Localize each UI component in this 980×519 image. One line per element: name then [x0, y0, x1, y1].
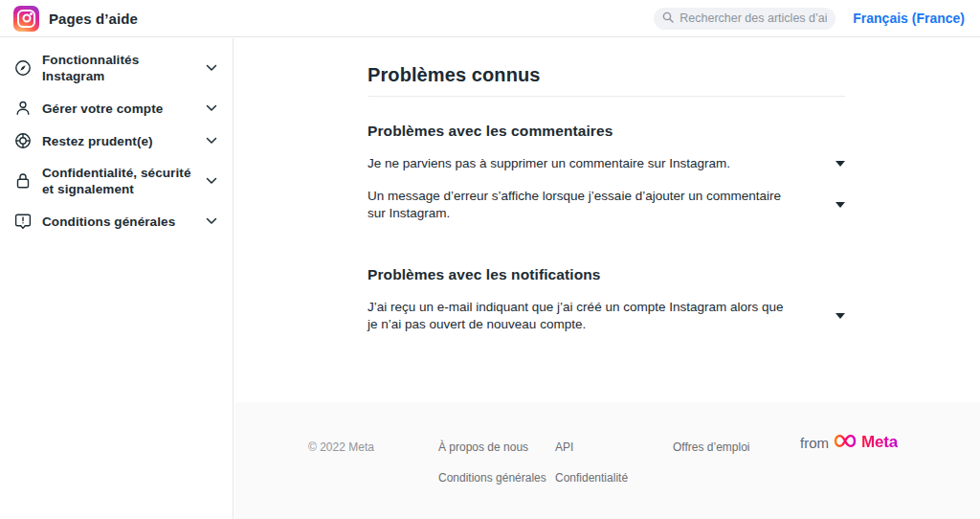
triangle-down-icon — [835, 202, 845, 208]
section-comments: Problèmes avec les commentaires Je ne pa… — [368, 123, 845, 230]
footer-links-column-1: À propos de nous Conditions générales — [438, 440, 546, 485]
sidebar-item-label: Conditions générales — [42, 214, 195, 230]
sidebar-item-privacy-security[interactable]: Confidentialité, sécurité et signalement — [0, 157, 233, 205]
footer-link-api[interactable]: API — [555, 440, 628, 454]
sidebar-item-terms-policies[interactable]: Conditions générales — [0, 205, 233, 237]
sidebar-item-label: Fonctionnalités Instagram — [42, 52, 195, 84]
section-heading: Problèmes avec les notifications — [368, 266, 845, 283]
sidebar-item-manage-account[interactable]: Gérer votre compte — [0, 92, 233, 124]
brand-home-link[interactable]: Pages d’aide — [0, 6, 138, 32]
user-icon — [14, 100, 32, 117]
camera-lens-shape — [22, 14, 31, 23]
chevron-down-icon — [206, 64, 217, 72]
faq-item-comment-error[interactable]: Un message d’erreur s’affiche lorsque j’… — [368, 180, 845, 230]
instagram-logo-icon — [13, 6, 39, 32]
footer-link-terms[interactable]: Conditions générales — [438, 471, 546, 485]
triangle-down-icon — [835, 313, 845, 319]
lifebuoy-icon — [14, 132, 32, 149]
section-heading: Problèmes avec les commentaires — [368, 123, 845, 140]
faq-item-email-new-account[interactable]: J’ai reçu un e-mail indiquant que j’ai c… — [368, 291, 845, 341]
from-meta-logo: from Meta — [800, 433, 898, 452]
camera-flash-dot — [30, 12, 33, 15]
chevron-down-icon — [206, 217, 217, 225]
footer-link-about[interactable]: À propos de nous — [438, 440, 546, 454]
faq-item-delete-comment[interactable]: Je ne parviens pas à supprimer un commen… — [368, 147, 845, 180]
page-title: Pages d’aide — [49, 11, 138, 27]
footer-links-column-3: Offres d’emploi — [673, 440, 749, 454]
triangle-down-icon — [835, 161, 845, 167]
chevron-down-icon — [206, 104, 217, 112]
footer-link-privacy[interactable]: Confidentialité — [555, 471, 628, 485]
search-input[interactable] — [679, 11, 827, 25]
page-footer: © 2022 Meta À propos de nous Conditions … — [234, 402, 980, 519]
known-issues-title: Problèmes connus — [368, 64, 845, 86]
title-divider — [368, 96, 845, 97]
sidebar-item-staying-safe[interactable]: Restez prudent(e) — [0, 124, 233, 157]
chevron-down-icon — [206, 177, 217, 185]
sidebar-item-instagram-features[interactable]: Fonctionnalités Instagram — [0, 44, 233, 92]
sidebar-nav: Fonctionnalités Instagram Gérer votre co… — [0, 38, 234, 519]
from-label: from — [800, 435, 829, 451]
copyright-text: © 2022 Meta — [308, 440, 374, 454]
language-selector[interactable]: Français (France) — [853, 11, 965, 26]
compass-icon — [14, 59, 32, 77]
lock-icon — [14, 172, 32, 190]
faq-question-text: Je ne parviens pas à supprimer un commen… — [368, 155, 730, 172]
sidebar-item-label: Restez prudent(e) — [42, 133, 195, 149]
footer-link-jobs[interactable]: Offres d’emploi — [673, 440, 749, 454]
sidebar-item-label: Confidentialité, sécurité et signalement — [42, 165, 195, 197]
section-notifications: Problèmes avec les notifications J’ai re… — [368, 266, 845, 341]
search-box[interactable] — [654, 8, 835, 30]
header-right-group: Français (France) — [654, 8, 980, 30]
faq-question-text: J’ai reçu un e-mail indiquant que j’ai c… — [368, 299, 789, 333]
chevron-down-icon — [206, 137, 217, 145]
top-header: Pages d’aide Français (France) — [0, 0, 980, 37]
faq-question-text: Un message d’erreur s’affiche lorsque j’… — [368, 188, 789, 222]
report-bubble-icon — [14, 213, 32, 230]
footer-links-column-2: API Confidentialité — [555, 440, 628, 485]
meta-wordmark: Meta — [861, 433, 898, 452]
sidebar-item-label: Gérer votre compte — [42, 101, 195, 117]
search-icon — [662, 10, 674, 27]
meta-infinity-icon — [834, 434, 857, 451]
main-content: Problèmes connus Problèmes avec les comm… — [234, 38, 980, 402]
